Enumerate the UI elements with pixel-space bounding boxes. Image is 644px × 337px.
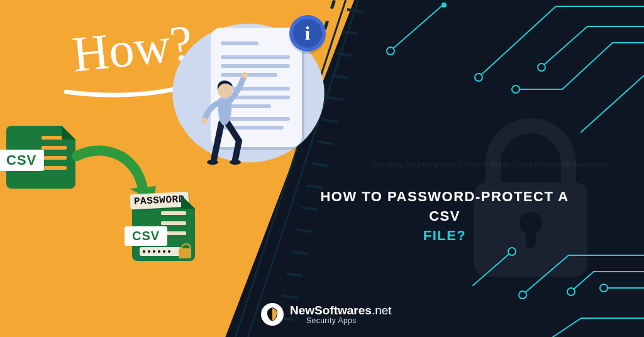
brand-tagline: Security Apps bbox=[306, 317, 392, 325]
svg-point-37 bbox=[567, 288, 575, 296]
lock-icon bbox=[179, 248, 191, 258]
info-icon: i bbox=[289, 15, 326, 52]
banner-canvas: How? i bbox=[0, 0, 644, 337]
svg-point-24 bbox=[242, 72, 248, 79]
csv-badge: CSV bbox=[125, 226, 167, 246]
person-illustration bbox=[195, 65, 252, 166]
svg-point-35 bbox=[441, 3, 447, 8]
svg-point-39 bbox=[508, 248, 516, 255]
svg-point-25 bbox=[201, 118, 208, 124]
brand-name: NewSoftwares.net bbox=[290, 304, 392, 317]
svg-point-23 bbox=[230, 160, 241, 165]
svg-point-36 bbox=[519, 291, 526, 299]
svg-point-34 bbox=[387, 47, 394, 55]
password-dots bbox=[140, 247, 181, 256]
svg-point-31 bbox=[475, 74, 482, 81]
svg-point-38 bbox=[600, 284, 608, 292]
ghost-subtitle: Unveiling Steganography's Role in Hidden… bbox=[352, 160, 629, 168]
svg-rect-20 bbox=[330, 0, 336, 9]
brand-logo-icon bbox=[261, 303, 284, 326]
document-illustration: i bbox=[176, 18, 321, 168]
svg-point-33 bbox=[512, 86, 519, 93]
csv-badge: CSV bbox=[0, 150, 44, 171]
circuit-lines-bottom bbox=[418, 230, 644, 337]
title-line1: HOW TO PASSWORD-PROTECT A CSV bbox=[320, 189, 569, 224]
csv-file-icon: CSV bbox=[6, 126, 75, 189]
brand-block: NewSoftwares.net Security Apps bbox=[261, 303, 392, 326]
svg-point-32 bbox=[538, 64, 545, 71]
svg-point-22 bbox=[207, 160, 218, 165]
password-label: PASSWORD bbox=[130, 192, 189, 210]
csv-password-file-icon: CSV PASSWORD bbox=[132, 195, 195, 261]
circuit-lines-top bbox=[355, 0, 644, 145]
